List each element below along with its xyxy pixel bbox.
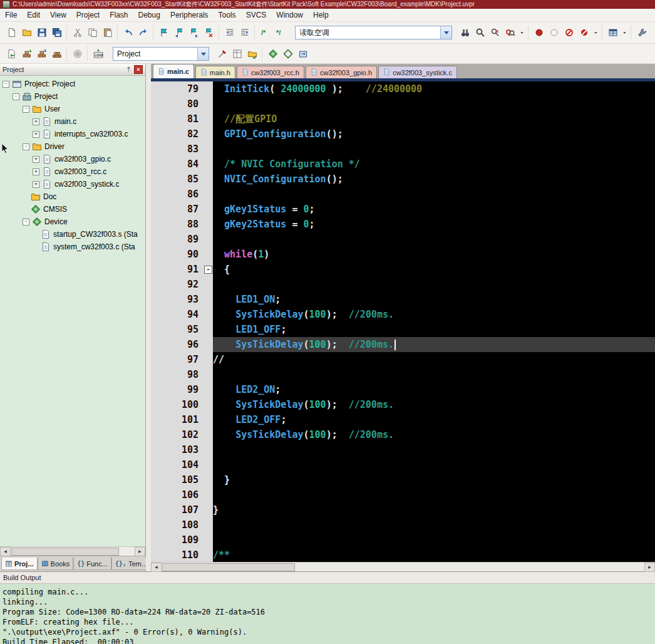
- tree-item-cmsis[interactable]: CMSIS: [0, 203, 145, 216]
- menu-debug[interactable]: Debug: [133, 9, 165, 21]
- expand-box-icon[interactable]: +: [33, 181, 39, 188]
- editor-scroll-left-arrow[interactable]: ◄: [151, 563, 162, 572]
- code-line-85[interactable]: 85 NVIC_Configuration();: [151, 172, 655, 187]
- code-line-84[interactable]: 84 /* NVIC Configuration */: [151, 157, 655, 172]
- target-select-combo[interactable]: Project: [113, 47, 209, 61]
- code-line-96[interactable]: 96 SysTickDelay(100); //200ms.: [151, 337, 655, 352]
- pin-icon[interactable]: [125, 66, 132, 74]
- code-line-88[interactable]: 88 gKey2Status = 0;: [151, 217, 655, 232]
- indent-left-button[interactable]: [222, 25, 237, 40]
- code-view[interactable]: 79 InitTick( 24000000 ); //240000008081 …: [151, 81, 655, 562]
- menu-file[interactable]: File: [0, 9, 22, 21]
- bookmark-toggle-button[interactable]: [157, 25, 172, 40]
- menu-flash[interactable]: Flash: [105, 9, 133, 21]
- fold-collapse-icon[interactable]: -: [204, 266, 212, 274]
- bp-disable-all-button[interactable]: [562, 25, 577, 40]
- menu-peripherals[interactable]: Peripherals: [165, 9, 214, 21]
- find-in-files-button[interactable]: [458, 25, 473, 40]
- dropdown-arrow-button[interactable]: [621, 25, 629, 40]
- editor-tab-cw32f003-gpio-h[interactable]: cw32f003_gpio.h: [306, 66, 377, 78]
- code-line-108[interactable]: 108: [151, 517, 655, 532]
- search-q-button[interactable]: Q: [503, 25, 518, 40]
- tree-item-user[interactable]: -User: [0, 103, 145, 115]
- collapse-box-icon[interactable]: -: [23, 143, 29, 150]
- collapse-box-icon[interactable]: -: [23, 106, 29, 113]
- code-line-92[interactable]: 92: [151, 277, 655, 292]
- code-line-103[interactable]: 103: [151, 442, 655, 457]
- code-line-79[interactable]: 79 InitTick( 24000000 ); //24000000: [151, 81, 655, 96]
- code-line-86[interactable]: 86: [151, 187, 655, 202]
- configure-tools-button[interactable]: [634, 25, 649, 40]
- select-software-packs-button[interactable]: [296, 46, 311, 61]
- menu-help[interactable]: Help: [308, 9, 334, 21]
- tree-item-cw32f003-rcc-c[interactable]: +cw32f003_rcc.c: [0, 165, 145, 178]
- panel-tab-tem[interactable]: {},Tem...: [111, 558, 151, 570]
- find-button[interactable]: [473, 25, 488, 40]
- download-flash-button[interactable]: LOAD: [91, 46, 106, 61]
- code-line-104[interactable]: 104: [151, 457, 655, 472]
- tree-item-interrupts-cw32f003-c[interactable]: +interrupts_cw32f003.c: [0, 128, 145, 140]
- tree-item-device[interactable]: -Device: [0, 216, 145, 228]
- code-line-102[interactable]: 102 SysTickDelay(100); //200ms.: [151, 427, 655, 442]
- bp-kill-all-button[interactable]: [577, 25, 592, 40]
- editor-tab-cw32f003-rcc-h[interactable]: cw32f003_rcc.h: [237, 66, 304, 78]
- tree-item-project[interactable]: -Project: [0, 90, 145, 103]
- save-all-button[interactable]: [49, 25, 64, 40]
- undo-button[interactable]: [121, 25, 136, 40]
- code-line-109[interactable]: 109: [151, 532, 655, 548]
- copy-button[interactable]: [85, 25, 100, 40]
- menu-window[interactable]: Window: [271, 9, 308, 21]
- stop-build-button[interactable]: [70, 46, 85, 61]
- incremental-find-button[interactable]: a: [488, 25, 503, 40]
- collapse-box-icon[interactable]: -: [23, 219, 29, 226]
- tree-item-doc[interactable]: Doc: [0, 190, 145, 203]
- find-combo[interactable]: 读取空调: [295, 26, 452, 39]
- code-line-95[interactable]: 95 LED1_OFF;: [151, 322, 655, 337]
- open-folder-button[interactable]: [19, 25, 34, 40]
- debug-windows-button[interactable]: [606, 25, 621, 40]
- paste-button[interactable]: [100, 25, 115, 40]
- expand-box-icon[interactable]: +: [33, 131, 39, 138]
- indent-right-button[interactable]: [237, 25, 252, 40]
- code-line-80[interactable]: 80: [151, 96, 655, 112]
- code-line-87[interactable]: 87 gKey1Status = 0;: [151, 202, 655, 217]
- tree-item-startup-cw32f003-s-sta[interactable]: startup_CW32f003.s (Sta: [0, 228, 145, 241]
- editor-hscrollbar[interactable]: ◄ ►: [151, 562, 655, 571]
- code-line-106[interactable]: 106: [151, 487, 655, 502]
- tree-item-main-c[interactable]: +main.c: [0, 115, 145, 128]
- dropdown-arrow-button[interactable]: [518, 25, 526, 40]
- manage-project-items-button[interactable]: [245, 46, 260, 61]
- menu-tools[interactable]: Tools: [214, 9, 241, 21]
- file-extensions-button[interactable]: [230, 46, 245, 61]
- code-line-110[interactable]: 110/**: [151, 548, 655, 562]
- menu-edit[interactable]: Edit: [22, 9, 45, 21]
- cut-button[interactable]: [70, 25, 85, 40]
- editor-scroll-right-arrow[interactable]: ►: [644, 563, 655, 572]
- editor-scroll-thumb[interactable]: [162, 563, 295, 571]
- editor-tab-cw32f003-systick-c[interactable]: cw32f003_systick.c: [378, 66, 457, 78]
- code-line-97[interactable]: 97//: [151, 352, 655, 367]
- code-line-83[interactable]: 83: [151, 142, 655, 157]
- code-line-100[interactable]: 100 SysTickDelay(100); //200ms.: [151, 397, 655, 412]
- editor-tab-main-h[interactable]: main.h: [195, 66, 235, 78]
- tree-item-driver[interactable]: -Driver: [0, 140, 145, 153]
- bp-toggle-button[interactable]: [532, 25, 547, 40]
- panel-splitter[interactable]: [146, 64, 151, 571]
- editor-tab-main-c[interactable]: main.c: [153, 64, 194, 78]
- save-button[interactable]: [34, 25, 49, 40]
- code-line-93[interactable]: 93 LED1_ON;: [151, 292, 655, 307]
- uncomment-selection-button[interactable]: */: [273, 25, 288, 40]
- scroll-thumb[interactable]: [11, 548, 119, 556]
- code-line-99[interactable]: 99 LED2_ON;: [151, 382, 655, 397]
- code-line-82[interactable]: 82 GPIO_Configuration();: [151, 127, 655, 142]
- translate-file-button[interactable]: [4, 46, 19, 61]
- manage-rte-button[interactable]: [266, 46, 281, 61]
- bp-enable-disable-button[interactable]: [547, 25, 562, 40]
- rebuild-all-button[interactable]: [34, 46, 49, 61]
- code-line-81[interactable]: 81 //配置GPIO: [151, 112, 655, 127]
- expand-box-icon[interactable]: +: [33, 169, 39, 175]
- code-line-94[interactable]: 94 SysTickDelay(100); //200ms.: [151, 307, 655, 322]
- title-bar[interactable]: C:\Users\admin\Downloads\CW32F003xx\CW32…: [0, 0, 655, 9]
- expand-box-icon[interactable]: +: [33, 118, 39, 125]
- dropdown-arrow-button[interactable]: [592, 25, 600, 40]
